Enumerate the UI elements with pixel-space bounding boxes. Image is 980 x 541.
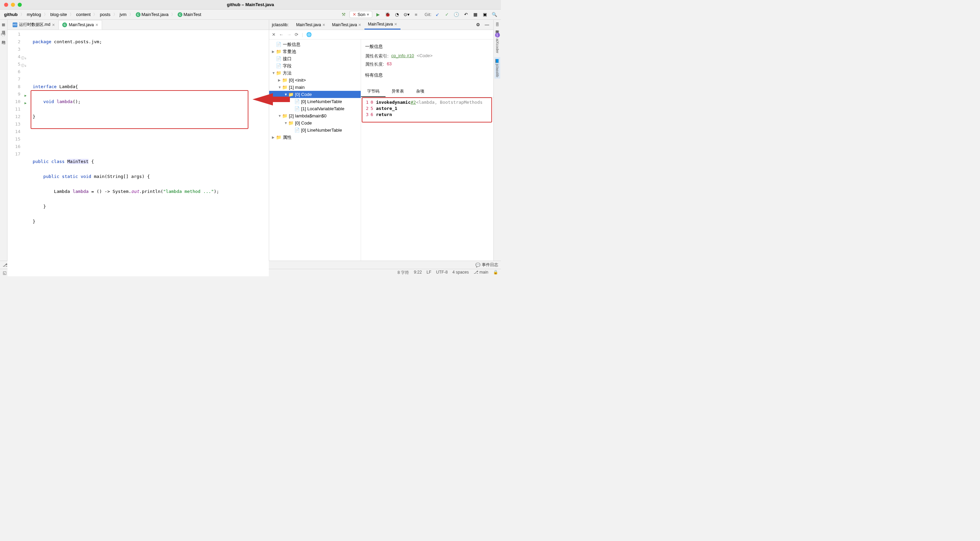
tree-method-main[interactable]: ▼📁[1] main (269, 84, 361, 91)
tool-windows-icon[interactable]: ◱ (3, 270, 6, 275)
window-title: github – MainTest.java (227, 2, 274, 7)
breadcrumb: github〉 myblog〉 blog-site〉 content〉 post… (3, 11, 340, 18)
close-window-button[interactable] (4, 3, 8, 7)
run-config-selector[interactable]: ✕Son▾ (350, 11, 372, 18)
crumb-jvm[interactable]: jvm (118, 11, 128, 18)
jcl-tab-3[interactable]: MainTest.java× (364, 20, 401, 30)
tab-java-file[interactable]: C MainTest.java × (59, 20, 102, 30)
tree-interfaces[interactable]: 📄接口 (269, 55, 361, 62)
titlebar: github – MainTest.java (0, 0, 501, 10)
aixcoder-tool-tab[interactable]: aXaiXcoder (495, 31, 501, 54)
coverage-button[interactable]: ◔ (393, 11, 401, 18)
forward-icon[interactable]: → (287, 32, 291, 37)
bytecode-listing[interactable]: 10 invokedynamic #2 <lambda, BootstrapMe… (361, 97, 493, 261)
tab-label: MainTest.java (69, 22, 94, 27)
code-tag: <Code> (417, 53, 433, 59)
crumb-myblog[interactable]: myblog (25, 11, 43, 18)
tree-general-info[interactable]: 📄一般信息 (269, 41, 361, 48)
structure-tool-tab[interactable]: 7:结构 (0, 32, 7, 39)
tree-attributes[interactable]: ▶📁属性 (269, 134, 361, 141)
status-lock-icon[interactable]: 🔒 (493, 270, 498, 275)
tree-code-1[interactable]: ▼📁[0] Code (269, 119, 361, 127)
tree-method-lambda[interactable]: ▼📁[2] lambda$main$0 (269, 112, 361, 119)
refresh-icon[interactable]: ⟳ (295, 32, 298, 37)
git-commit-icon[interactable]: ✓ (443, 11, 450, 18)
jclasslib-tree[interactable]: 📄一般信息 ▶📁常量池 📄接口 📄字段 ▼📁方法 ▶📁[0] <init> ▼📁… (269, 40, 361, 261)
implementations-marker-icon[interactable]: ⓘ↓ (21, 54, 27, 62)
back-icon[interactable]: ← (279, 32, 283, 37)
code-editor[interactable]: 1 2 3 4ⓘ↓ 5ⓘ↓ 6 7 8 9▶ 10▶ 11 12 13 14 1… (8, 30, 269, 276)
jclasslib-panel: jclasslib: MainTest.java× MainTest.java×… (269, 20, 493, 261)
jclasslib-toolbar: ✕ ← → ⟳ | 🌐 (269, 30, 493, 40)
misc-tab[interactable]: 杂项 (410, 86, 430, 97)
ide-settings-icon[interactable]: ▦ (472, 11, 479, 18)
tree-linenumbertable[interactable]: 📄[0] LineNumberTable (269, 98, 361, 105)
status-indent[interactable]: 4 spaces (453, 270, 469, 275)
editor-panel: MD 运行时数据区.md × C MainTest.java × 1 2 3 4… (8, 20, 269, 261)
status-cursor-position[interactable]: 9:22 (414, 270, 422, 275)
crumb-posts[interactable]: posts (98, 11, 111, 18)
right-tool-strip: 🗄数据库 aXaiXcoder 📘jclasslib (493, 20, 501, 261)
tree-localvariabletable[interactable]: 📄[1] LocalVariableTable (269, 105, 361, 112)
crumb-content[interactable]: content (75, 11, 92, 18)
stop-button[interactable]: ■ (412, 11, 420, 18)
tree-methods[interactable]: ▼📁方法 (269, 69, 361, 76)
jclasslib-tool-tab[interactable]: 📘jclasslib (495, 57, 500, 79)
maximize-window-button[interactable] (18, 3, 22, 7)
run-gutter-icon[interactable]: ▶ (24, 92, 27, 99)
run-gutter-icon[interactable]: ▶ (24, 99, 27, 107)
minimize-window-button[interactable] (11, 3, 15, 7)
jcl-tab-1[interactable]: MainTest.java× (293, 21, 329, 29)
exception-table-tab[interactable]: 异常表 (385, 86, 410, 97)
left-tool-strip: ▦项目 7:结构 (0, 20, 8, 261)
minimize-icon[interactable]: — (483, 21, 491, 29)
tree-constant-pool[interactable]: ▶📁常量池 (269, 48, 361, 55)
navigation-toolbar: github〉 myblog〉 blog-site〉 content〉 post… (0, 10, 501, 20)
event-log-tab[interactable]: 💬事件日志 (476, 262, 498, 268)
status-git-branch[interactable]: ⎇ main (474, 270, 488, 275)
profile-button[interactable]: ⊙▾ (403, 11, 410, 18)
project-tool-tab[interactable]: ▦项目 (0, 21, 7, 29)
attr-length-value: 63 (387, 61, 392, 67)
run-button[interactable]: ▶ (374, 11, 382, 18)
java-class-icon: C (62, 22, 67, 27)
git-update-icon[interactable]: ↙ (434, 11, 441, 18)
tree-method-init[interactable]: ▶📁[0] <init> (269, 76, 361, 84)
database-tool-tab[interactable]: 🗄数据库 (494, 21, 501, 29)
crumb-file[interactable]: CMainTest.java (134, 11, 170, 18)
hammer-build-icon[interactable]: ⚒ (340, 11, 347, 18)
git-history-icon[interactable]: 🕓 (453, 11, 460, 18)
tree-fields[interactable]: 📄字段 (269, 62, 361, 69)
markdown-icon: MD (13, 22, 18, 27)
cp-info-link[interactable]: cp_info #10 (391, 53, 414, 59)
code-content[interactable]: package content.posts.jvm; interface Lam… (31, 30, 269, 276)
tree-linenumbertable-2[interactable]: 📄[0] LineNumberTable (269, 127, 361, 134)
jcl-tab-2[interactable]: MainTest.java× (329, 21, 365, 29)
bytecode-tab[interactable]: 字节码 (361, 86, 385, 97)
close-icon[interactable]: × (52, 22, 55, 27)
java-class-icon: C (178, 12, 182, 17)
jclasslib-detail: 一般信息 属性名索引: cp_info #10 <Code> 属性长度: 63 … (361, 40, 493, 261)
implementations-marker-icon[interactable]: ⓘ↓ (21, 62, 27, 69)
status-encoding[interactable]: UTF-8 (436, 270, 448, 275)
jclasslib-label: jclasslib: (272, 22, 288, 27)
crumb-class[interactable]: CMainTest (176, 11, 202, 18)
close-icon[interactable]: × (95, 22, 98, 27)
gear-icon[interactable]: ⚙ (474, 21, 482, 29)
ide-structure-icon[interactable]: ▣ (481, 11, 488, 18)
search-everywhere-icon[interactable]: 🔍 (491, 11, 498, 18)
git-menu-label: Git: (425, 12, 431, 17)
git-rollback-icon[interactable]: ↶ (462, 11, 469, 18)
globe-icon[interactable]: 🌐 (306, 32, 312, 37)
tab-md-file[interactable]: MD 运行时数据区.md × (9, 20, 59, 30)
line-gutter: 1 2 3 4ⓘ↓ 5ⓘ↓ 6 7 8 9▶ 10▶ 11 12 13 14 1… (8, 30, 24, 276)
debug-button[interactable]: 🐞 (384, 11, 391, 18)
crumb-github[interactable]: github (3, 11, 19, 18)
status-chars: 8 字符 (398, 270, 409, 275)
crumb-blog-site[interactable]: blog-site (49, 11, 68, 18)
tab-label: 运行时数据区.md (19, 22, 50, 27)
status-line-ending[interactable]: LF (427, 270, 431, 275)
close-tab-icon[interactable]: ✕ (272, 32, 275, 37)
specific-info-heading: 特有信息 (365, 72, 489, 78)
tree-code-0[interactable]: ▼📁[0] Code (269, 91, 361, 98)
